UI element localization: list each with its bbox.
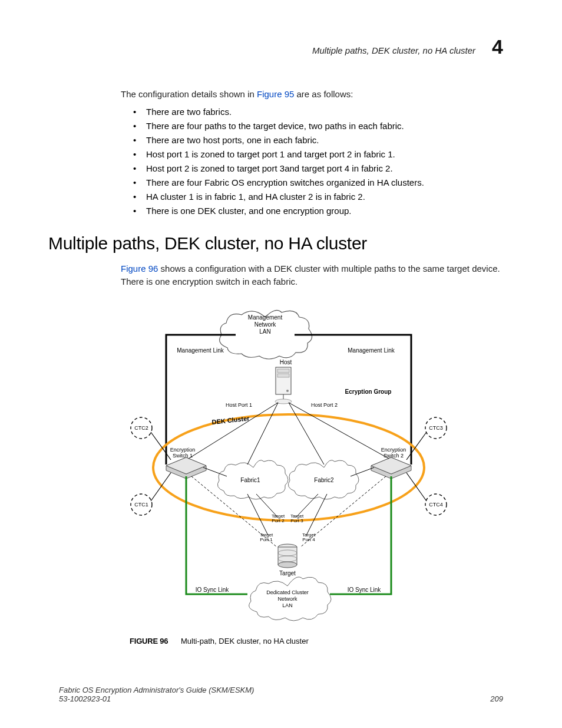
list-item: There are four paths to the target devic… (130, 121, 503, 131)
section-paragraph: Figure 96 shows a configuration with a D… (121, 262, 503, 288)
list-item: HA cluster 1 is in fabric 1, and HA clus… (130, 192, 503, 202)
mgmt-lan-label-2: Network (254, 321, 277, 328)
svg-line-15 (289, 403, 324, 465)
footer-doc-title: Fabric OS Encryption Administrator's Gui… (59, 686, 254, 694)
cluster-lan-l3: LAN (282, 602, 293, 608)
section-heading: Multiple paths, DEK cluster, no HA clust… (48, 233, 503, 253)
mgmt-lan-label-1: Management (248, 314, 283, 321)
host-port-1-label: Host Port 1 (226, 402, 252, 408)
host-label: Host (280, 359, 292, 365)
svg-line-17 (289, 403, 389, 459)
svg-line-16 (189, 403, 278, 459)
figure-caption: FIGURE 96 Multi-path, DEK cluster, no HA… (130, 637, 448, 645)
svg-point-3 (286, 390, 289, 392)
intro-prefix: The configuration details shown in (121, 89, 257, 99)
cluster-lan-l2: Network (277, 596, 297, 602)
svg-rect-2 (277, 374, 289, 377)
svg-line-11 (151, 473, 171, 501)
running-header: Multiple paths, DEK cluster, no HA clust… (59, 35, 503, 58)
enc-sw2-label-2: Switch 2 (384, 453, 404, 459)
config-bullet-list: There are two fabrics. There are four pa… (130, 107, 503, 216)
host-port-2-label: Host Port 2 (311, 402, 338, 408)
tp2-l2: Port 2 (272, 518, 285, 523)
target-icon (278, 544, 297, 568)
figure-96: Management Network LAN Management Link M… (130, 299, 448, 645)
intro-paragraph: The configuration details shown in Figur… (121, 88, 503, 101)
svg-line-23 (306, 494, 327, 535)
enc-sw1-label-1: Encryption (170, 447, 196, 453)
figure-caption-text: Multi-path, DEK cluster, no HA cluster (181, 637, 309, 645)
figure-96-link[interactable]: Figure 96 (121, 263, 158, 274)
fabric2-label: Fabric2 (314, 477, 334, 483)
io-sync-left-label: IO Sync Link (196, 587, 230, 593)
svg-line-20 (247, 494, 268, 535)
footer-doc-number: 53-1002923-01 (59, 694, 254, 703)
mgmt-link-right-label: Management Link (348, 347, 395, 354)
io-sync-path (186, 476, 391, 594)
encryption-group-label: Ecryption Group (345, 388, 392, 395)
section-para-suffix: shows a configuration with a DEK cluster… (121, 263, 500, 286)
svg-line-13 (406, 473, 427, 501)
list-item: There is one DEK cluster, and one encryp… (130, 206, 503, 216)
list-item: There are two host ports, one in each fa… (130, 135, 503, 145)
fabric1-label: Fabric1 (240, 477, 260, 483)
list-item: Host port 1 is zoned to target port 1 an… (130, 149, 503, 159)
svg-line-10 (151, 432, 171, 460)
cluster-lan-l1: Dedicated Cluster (266, 589, 309, 595)
footer-page-number: 209 (490, 694, 503, 703)
intro-suffix: are as follows: (294, 89, 353, 99)
fabric1-cloud: Fabric1 (217, 460, 288, 499)
figure-label: FIGURE 96 (130, 637, 168, 645)
figure-95-link[interactable]: Figure 95 (257, 89, 294, 99)
encryption-switch-2: Encryption Switch 2 (371, 447, 411, 479)
io-sync-right-label: IO Sync Link (348, 587, 382, 593)
mgmt-lan-label-3: LAN (259, 328, 270, 335)
ctc1-label: CTC1 (134, 502, 148, 508)
page-footer: Fabric OS Encryption Administrator's Gui… (59, 686, 503, 703)
mgmt-link-left-label: Management Link (177, 347, 224, 354)
list-item: There are four Fabric OS encryption swit… (130, 177, 503, 187)
fabric2-cloud: Fabric2 (288, 460, 359, 499)
tp3-l2: Port 3 (290, 518, 303, 523)
page: Multiple paths, DEK cluster, no HA clust… (0, 0, 562, 728)
host-icon (275, 367, 292, 404)
target-label: Target (279, 570, 296, 577)
svg-line-12 (406, 432, 427, 460)
tp1-l2: Port 1 (260, 537, 273, 542)
diagram-svg: Management Network LAN Management Link M… (130, 299, 448, 630)
ctc3-label: CTC3 (429, 425, 443, 431)
list-item: There are two fabrics. (130, 107, 503, 117)
header-title: Multiple paths, DEK cluster, no HA clust… (312, 45, 475, 55)
cluster-lan-cloud: Dedicated Cluster Network LAN (249, 577, 331, 621)
ctc2-label: CTC2 (134, 425, 148, 431)
enc-sw2-label-1: Encryption (381, 447, 406, 453)
list-item: Host port 2 is zoned to target port 3and… (130, 163, 503, 173)
chapter-number: 4 (492, 35, 503, 58)
ctc4-label: CTC4 (429, 502, 443, 508)
svg-rect-1 (277, 369, 289, 373)
svg-point-28 (278, 562, 297, 568)
tp4-l2: Port 4 (302, 537, 315, 542)
